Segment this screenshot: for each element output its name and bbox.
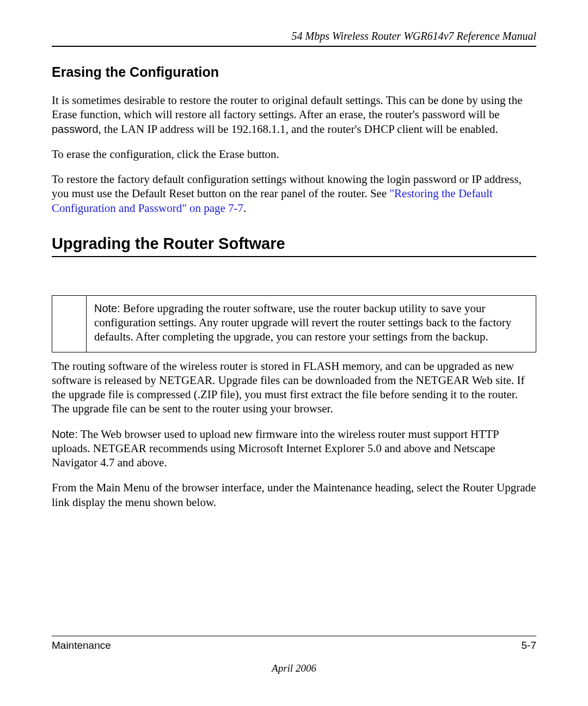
inline-note-label: Note:	[52, 428, 78, 440]
paragraph: From the Main Menu of the browser interf…	[52, 480, 536, 509]
header-rule	[52, 46, 536, 47]
note-box: Note: Before upgrading the router softwa…	[52, 295, 536, 352]
running-header: 54 Mbps Wireless Router WGR614v7 Referen…	[52, 30, 536, 46]
body-text: .	[243, 202, 246, 215]
paragraph: Note: The Web browser used to upload new…	[52, 427, 536, 470]
body-text: The Web browser used to upload new firmw…	[52, 428, 499, 470]
page-footer: Maintenance 5-7	[52, 636, 536, 652]
footer-section-name: Maintenance	[52, 640, 111, 652]
footer-rule	[52, 636, 536, 636]
footer-page-number: 5-7	[522, 640, 536, 652]
note-label: Note:	[94, 302, 120, 314]
footer-date: April 2006	[0, 662, 588, 674]
body-text: It is sometimes desirable to restore the…	[52, 94, 523, 121]
paragraph: The routing software of the wireless rou…	[52, 359, 536, 416]
note-icon-cell	[52, 296, 87, 352]
paragraph: It is sometimes desirable to restore the…	[52, 93, 536, 136]
paragraph: To restore the factory default configura…	[52, 172, 536, 215]
heading-erasing-configuration: Erasing the Configuration	[52, 64, 536, 80]
heading-rule	[52, 256, 536, 257]
inline-code-password: password	[52, 123, 99, 135]
body-text: , the LAN IP address will be 192.168.1.1…	[99, 123, 498, 136]
paragraph: To erase the configuration, click the Er…	[52, 147, 536, 161]
note-text: Before upgrading the router software, us…	[94, 302, 511, 344]
note-body: Note: Before upgrading the router softwa…	[87, 296, 536, 352]
heading-upgrading-router-software: Upgrading the Router Software	[52, 235, 536, 253]
